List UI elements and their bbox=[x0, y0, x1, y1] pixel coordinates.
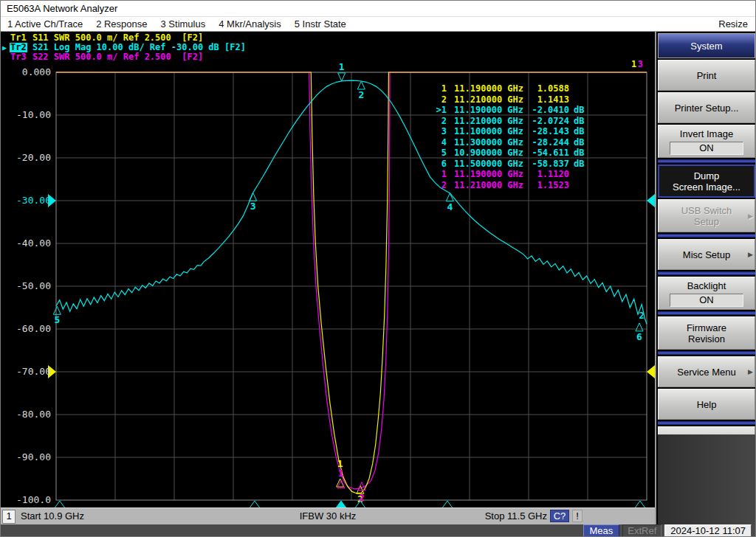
marker-unit: dB bbox=[569, 159, 591, 170]
usb-switch-button[interactable]: USB SwitchSetup▶ bbox=[658, 199, 755, 232]
menu-item-2[interactable]: 2 Response bbox=[89, 18, 154, 30]
system-status-bar: Meas ExtRef 2024-10-12 11:07 bbox=[1, 524, 755, 537]
marker-freq: 11.210000 GHz bbox=[447, 180, 523, 191]
marker-table-row: 611.500000 GHz-58.837dB bbox=[429, 159, 591, 170]
marker-freq: 11.210000 GHz bbox=[447, 116, 523, 127]
marker-unit bbox=[569, 94, 591, 105]
softkey-label: Firmware bbox=[687, 322, 726, 333]
marker-unit bbox=[569, 169, 591, 180]
marker-table-row: 211.210000 GHz-2.0724dB bbox=[429, 116, 591, 127]
title-bar: E5063A Network Analyzer bbox=[1, 1, 755, 17]
y-axis-tick-label: -80.00 bbox=[1, 409, 51, 420]
marker-unit: dB bbox=[569, 148, 591, 159]
y-axis-tick-label: -50.00 bbox=[1, 280, 51, 292]
marker-n: 4 bbox=[429, 137, 447, 148]
extref-status-badge: ExtRef bbox=[622, 524, 662, 537]
system-button[interactable]: System bbox=[658, 33, 755, 58]
marker-value: -2.0410 bbox=[523, 105, 569, 116]
dump-button[interactable]: DumpScreen Image... bbox=[658, 164, 755, 198]
trace-arrow-placeholder bbox=[2, 52, 10, 62]
printer-setup-button[interactable]: Printer Setup... bbox=[658, 92, 755, 123]
marker-unit: dB bbox=[569, 105, 591, 116]
softkey-label: Printer Setup... bbox=[675, 103, 739, 114]
marker-value: -58.837 bbox=[523, 159, 569, 170]
marker-value: 1.0588 bbox=[523, 83, 569, 94]
trace-name: Tr3 bbox=[10, 52, 27, 62]
marker-freq: 11.100000 GHz bbox=[447, 126, 523, 137]
service-menu-button[interactable]: Service Menu▶ bbox=[658, 356, 755, 387]
meas-status-badge: Meas bbox=[583, 524, 620, 537]
window-title: E5063A Network Analyzer bbox=[7, 3, 117, 14]
submenu-arrow-icon: ▶ bbox=[748, 251, 753, 258]
y-axis-tick-label: -70.00 bbox=[1, 366, 51, 378]
firmware-button[interactable]: FirmwareRevision bbox=[658, 316, 755, 350]
marker-table-row: 111.190000 GHz1.1120 bbox=[429, 169, 591, 180]
softkey-sidebar: SystemPrintPrinter Setup...Invert ImageO… bbox=[655, 32, 756, 524]
marker-freq: 11.300000 GHz bbox=[447, 137, 523, 148]
datetime-display: 2024-10-12 11:07 bbox=[664, 524, 752, 537]
trace-arrow-placeholder bbox=[2, 33, 10, 43]
marker-n: 5 bbox=[429, 148, 447, 159]
warning-indicator: ! bbox=[572, 510, 583, 522]
menu-item-1[interactable]: 1 Active Ch/Trace bbox=[1, 18, 89, 30]
marker-unit: dB bbox=[569, 126, 591, 137]
trace-status-lines: Tr1 S11 SWR 500.0 m/ Ref 2.500 [F2]▶Tr2 … bbox=[2, 33, 246, 62]
softkey-separator bbox=[658, 311, 755, 315]
marker-table: 111.190000 GHz1.0588211.210000 GHz1.1413… bbox=[429, 83, 591, 190]
marker-freq: 10.900000 GHz bbox=[447, 148, 523, 159]
y-axis-tick-label: -30.00 bbox=[1, 195, 51, 207]
softkey-label: Help bbox=[697, 399, 717, 410]
trace-format-scale: S22 SWR 500.0 m/ Ref 2.500 [F2] bbox=[27, 52, 203, 62]
marker-unit: dB bbox=[569, 116, 591, 127]
marker-value: 1.1523 bbox=[523, 180, 569, 191]
svg-text:6: 6 bbox=[636, 331, 642, 342]
trace-status-tr3[interactable]: Tr3 S22 SWR 500.0 m/ Ref 2.500 [F2] bbox=[2, 52, 246, 62]
status-bar: 1 Start 10.9 GHz IFBW 30 kHz Stop 11.5 G… bbox=[1, 507, 655, 524]
marker-unit bbox=[569, 83, 591, 94]
y-axis-tick-label: -60.00 bbox=[1, 323, 51, 335]
menu-item-4[interactable]: 4 Mkr/Analysis bbox=[212, 18, 288, 30]
marker-n: 2 bbox=[429, 116, 447, 127]
svg-text:5: 5 bbox=[54, 314, 60, 325]
marker-table-row: 111.190000 GHz1.0588 bbox=[429, 83, 591, 94]
marker-value: -28.143 bbox=[523, 126, 569, 137]
softkey-label: Misc Setup bbox=[683, 249, 730, 260]
marker-unit bbox=[569, 180, 591, 191]
svg-text:1: 1 bbox=[631, 59, 636, 69]
softkey-label: System bbox=[690, 41, 722, 52]
softkey-label: Revision bbox=[688, 333, 725, 344]
marker-value: 1.1120 bbox=[523, 169, 569, 180]
marker-value: -28.244 bbox=[523, 137, 569, 148]
stop-frequency-label: Stop 11.5 GHz bbox=[485, 510, 547, 522]
marker-table-row: 211.210000 GHz1.1413 bbox=[429, 94, 591, 105]
marker-n: >1 bbox=[429, 105, 447, 116]
softkey-label: Service Menu bbox=[677, 367, 735, 378]
submenu-arrow-icon: ▶ bbox=[748, 368, 753, 375]
backlight-button[interactable]: BacklightON bbox=[658, 277, 755, 310]
marker-freq: 11.190000 GHz bbox=[447, 105, 523, 116]
svg-text:1: 1 bbox=[339, 61, 345, 72]
backlight-state-toggle[interactable]: ON bbox=[670, 294, 743, 307]
help-button[interactable]: Help bbox=[658, 389, 755, 420]
y-axis-tick-label: 0.000 bbox=[1, 66, 51, 78]
svg-text:2: 2 bbox=[358, 89, 364, 100]
y-axis-tick-label: -100.0 bbox=[1, 494, 51, 506]
softkey-label: Dump bbox=[694, 170, 720, 181]
softkey-label: Print bbox=[697, 70, 717, 81]
softkey-label: USB Switch bbox=[681, 205, 732, 216]
marker-n: 2 bbox=[429, 94, 447, 105]
marker-freq: 11.500000 GHz bbox=[447, 159, 523, 170]
print-button[interactable]: Print bbox=[658, 60, 755, 91]
menu-bar-items: 1 Active Ch/Trace2 Response3 Stimulus4 M… bbox=[1, 18, 353, 30]
menu-item-5[interactable]: 5 Instr State bbox=[288, 18, 353, 30]
resize-button[interactable]: Resize bbox=[711, 18, 755, 30]
menu-item-3[interactable]: 3 Stimulus bbox=[154, 18, 213, 30]
invert-image-button[interactable]: Invert ImageON bbox=[658, 125, 755, 158]
app-window: E5063A Network Analyzer 1 Active Ch/Trac… bbox=[0, 0, 756, 537]
softkey-separator bbox=[658, 271, 755, 275]
marker-table-row: 411.300000 GHz-28.244dB bbox=[429, 137, 591, 148]
invert-image-state-toggle[interactable]: ON bbox=[670, 142, 743, 155]
submenu-arrow-icon: ▶ bbox=[748, 212, 753, 220]
misc-setup-button[interactable]: Misc Setup▶ bbox=[658, 239, 755, 270]
sidebar-empty-panel bbox=[658, 434, 756, 524]
